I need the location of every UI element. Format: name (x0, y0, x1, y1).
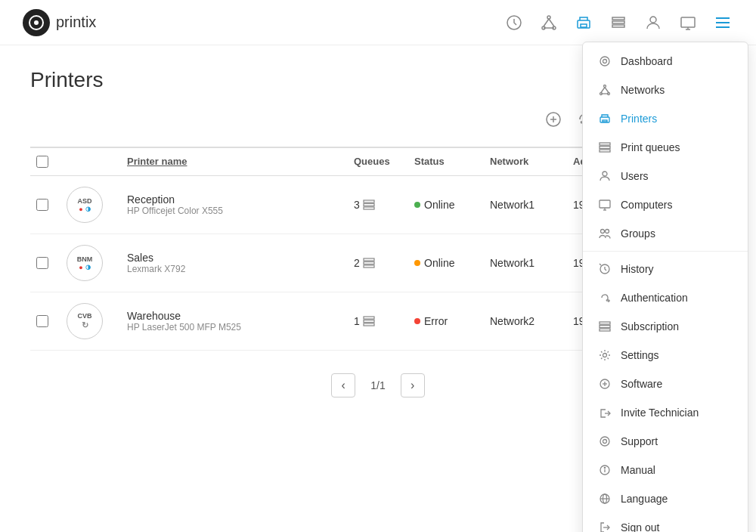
queue-count: 3 (354, 199, 360, 211)
row-checkbox (30, 257, 60, 269)
svg-point-33 (600, 57, 609, 66)
header-icons (503, 12, 733, 33)
svg-rect-15 (681, 17, 695, 27)
svg-point-1 (34, 20, 39, 25)
menu-item-users[interactable]: Users (583, 162, 748, 190)
printer-model: HP LaserJet 500 MFP M525 (127, 322, 342, 332)
printer-avatar-bnm: BNM ● ◑ (60, 245, 121, 281)
printer-name-col: Sales Lexmark X792 (121, 252, 348, 274)
menu-item-label: Authentication (621, 292, 688, 304)
svg-rect-47 (600, 200, 610, 208)
menu-divider (583, 251, 748, 252)
print-queues-icon (598, 141, 612, 154)
menu-icon[interactable] (712, 12, 733, 33)
svg-line-38 (601, 88, 605, 93)
menu-item-label: Networks (621, 84, 665, 96)
svg-rect-44 (600, 147, 610, 149)
menu-item-print-queues[interactable]: Print queues (583, 133, 748, 162)
page-info: 1/1 (370, 379, 385, 391)
row-checkbox-input[interactable] (36, 315, 48, 327)
svg-rect-32 (364, 323, 374, 326)
status-text: Error (424, 315, 448, 327)
select-all-checkbox[interactable] (36, 156, 48, 168)
printer-name: Warehouse (127, 310, 342, 322)
svg-line-7 (549, 19, 554, 26)
history-icon (598, 262, 612, 276)
user-icon[interactable] (643, 12, 664, 33)
menu-item-label: Print queues (621, 141, 680, 153)
printer-name: Reception (127, 193, 342, 206)
svg-point-3 (547, 16, 550, 19)
networks-menu-icon (598, 83, 612, 97)
menu-item-networks[interactable]: Networks (583, 76, 748, 104)
dropdown-menu: Dashboard Networks Printers Print queues (582, 42, 748, 420)
svg-rect-25 (364, 204, 374, 206)
menu-item-printers[interactable]: Printers (583, 104, 748, 133)
header-network-col: Network (484, 156, 567, 168)
svg-line-39 (605, 88, 609, 93)
svg-point-46 (603, 172, 607, 176)
svg-point-51 (606, 230, 609, 234)
network-col: Network1 (484, 257, 567, 269)
network-icon[interactable] (538, 12, 559, 33)
menu-item-label: History (621, 263, 654, 275)
svg-rect-45 (600, 150, 610, 152)
menu-item-dashboard[interactable]: Dashboard (583, 47, 748, 76)
row-checkbox (30, 199, 60, 211)
clock-icon[interactable] (503, 12, 525, 33)
svg-rect-26 (364, 207, 374, 209)
computers-icon (598, 198, 612, 212)
settings-icon (598, 348, 612, 362)
queue-count: 1 (354, 315, 360, 327)
svg-rect-31 (364, 320, 374, 323)
menu-item-groups[interactable]: Groups (583, 219, 748, 248)
menu-item-label: Printers (621, 113, 657, 125)
add-button[interactable] (541, 107, 565, 131)
svg-rect-13 (612, 25, 624, 27)
queue-icon[interactable] (608, 12, 629, 33)
network-col: Network1 (484, 199, 567, 211)
next-page-button[interactable]: › (401, 373, 425, 397)
svg-line-6 (544, 19, 549, 26)
svg-rect-42 (603, 120, 607, 122)
svg-point-35 (604, 85, 606, 88)
prev-page-button[interactable]: ‹ (331, 373, 355, 397)
menu-item-label: Settings (621, 349, 659, 361)
menu-item-computers[interactable]: Computers (583, 190, 748, 219)
menu-item-software[interactable]: Software (583, 370, 748, 398)
logo-icon (23, 9, 50, 36)
svg-rect-57 (600, 329, 610, 331)
header-name-col[interactable]: Printer name (121, 156, 348, 168)
queues-col: 2 (348, 257, 408, 269)
printer-avatar-cvb: CVB ↻ (60, 303, 121, 339)
queue-count: 2 (354, 257, 360, 269)
svg-point-14 (650, 17, 656, 23)
svg-rect-27 (364, 258, 374, 261)
menu-item-label: Groups (621, 227, 655, 240)
printers-menu-icon (598, 112, 612, 125)
menu-item-invite-technician[interactable]: Invite Technician (583, 398, 748, 420)
svg-rect-11 (612, 17, 624, 20)
menu-item-authentication[interactable]: Authentication (583, 283, 748, 312)
row-checkbox-input[interactable] (36, 199, 48, 211)
menu-item-label: Dashboard (621, 55, 673, 67)
svg-rect-29 (364, 265, 374, 268)
menu-item-history[interactable]: History (583, 255, 748, 283)
dashboard-icon (598, 54, 612, 68)
status-col: Online (408, 257, 484, 269)
logo[interactable]: printix (23, 9, 96, 36)
menu-item-settings[interactable]: Settings (583, 341, 748, 370)
row-checkbox-input[interactable] (36, 257, 48, 269)
printer-nav-icon[interactable] (573, 12, 594, 33)
menu-item-label: Software (621, 378, 662, 390)
status-text: Online (424, 257, 454, 269)
status-col: Error (408, 315, 484, 327)
svg-rect-28 (364, 262, 374, 264)
svg-rect-56 (600, 326, 610, 328)
status-dot (414, 260, 420, 266)
menu-item-subscription[interactable]: Subscription (583, 312, 748, 341)
header-checkbox-col (30, 156, 60, 168)
computer-icon[interactable] (677, 12, 699, 33)
row-checkbox (30, 315, 60, 327)
menu-item-label: Users (621, 170, 649, 182)
